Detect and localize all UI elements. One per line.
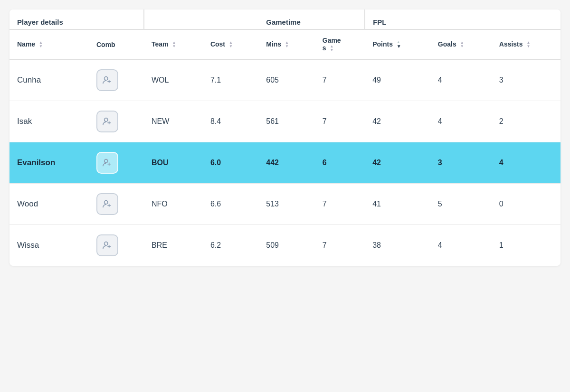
mins-cell: 513 — [258, 184, 315, 225]
group-header-row: Player details Gametime FPL — [10, 9, 560, 29]
sort-arrows-games: ▲ ▼ — [330, 45, 333, 52]
player-name: Cunha — [17, 75, 41, 84]
assists-cell: 1 — [492, 225, 560, 266]
player-name-cell: Isak — [10, 101, 89, 142]
team-cell: BOU — [144, 142, 203, 184]
sort-arrows-team: ▲ ▼ — [172, 41, 176, 48]
add-player-button[interactable] — [96, 111, 118, 132]
svg-point-0 — [104, 77, 108, 80]
assists-cell: 0 — [492, 184, 560, 225]
sort-arrows-name: ▲ ▼ — [39, 41, 43, 48]
comb-cell — [89, 225, 144, 266]
sort-arrows-mins: ▲ ▼ — [285, 41, 289, 48]
player-name: Evanilson — [17, 158, 55, 167]
goals-cell: 5 — [430, 184, 492, 225]
col-points[interactable]: Points ▲ ▼ — [365, 29, 430, 59]
cost-cell: 8.4 — [203, 101, 258, 142]
comb-cell — [89, 184, 144, 225]
points-cell: 41 — [365, 184, 430, 225]
player-name-cell: Wissa — [10, 225, 89, 266]
comb-cell — [89, 142, 144, 184]
table-row: Wissa BRE6.250973841 — [10, 225, 560, 266]
table-row: Wood NFO6.651374150 — [10, 184, 560, 225]
player-name-cell: Evanilson — [10, 142, 89, 184]
col-cost[interactable]: Cost ▲ ▼ — [203, 29, 258, 59]
table-row: Cunha WOL7.160574943 — [10, 59, 560, 101]
team-cell: NEW — [144, 101, 203, 142]
player-name: Wissa — [17, 241, 39, 250]
mins-cell: 561 — [258, 101, 315, 142]
col-name[interactable]: Name ▲ ▼ — [10, 29, 89, 59]
player-name: Wood — [17, 199, 38, 208]
team-cell: WOL — [144, 59, 203, 101]
column-header-row: Name ▲ ▼ Comb Team ▲ ▼ C — [10, 29, 560, 59]
add-player-button[interactable] — [96, 234, 118, 256]
cost-cell: 7.1 — [203, 59, 258, 101]
sort-arrows-goals: ▲ ▼ — [460, 41, 464, 48]
team-cell: NFO — [144, 184, 203, 225]
mins-cell: 442 — [258, 142, 315, 184]
col-mins[interactable]: Mins ▲ ▼ — [258, 29, 315, 59]
points-cell: 42 — [365, 142, 430, 184]
add-player-button[interactable] — [96, 69, 118, 91]
group-gametime-spacer — [144, 9, 258, 29]
games-cell: 7 — [315, 225, 365, 266]
comb-cell — [89, 59, 144, 101]
col-team[interactable]: Team ▲ ▼ — [144, 29, 203, 59]
table-row: Evanilson BOU6.044264234 — [10, 142, 560, 184]
sort-arrows-points: ▲ ▼ — [397, 40, 401, 49]
cost-cell: 6.2 — [203, 225, 258, 266]
assists-cell: 2 — [492, 101, 560, 142]
table-body: Cunha WOL7.160574943Isak NEW8.456174242E… — [10, 59, 560, 266]
player-table: Player details Gametime FPL Name ▲ ▼ — [10, 9, 560, 266]
team-cell: BRE — [144, 225, 203, 266]
group-gametime: Gametime — [258, 9, 365, 29]
add-player-button[interactable] — [96, 152, 118, 174]
group-fpl: FPL — [365, 9, 560, 29]
cost-cell: 6.6 — [203, 184, 258, 225]
svg-point-3 — [104, 201, 108, 204]
svg-point-4 — [104, 242, 108, 245]
games-cell: 6 — [315, 142, 365, 184]
mins-cell: 509 — [258, 225, 315, 266]
assists-cell: 3 — [492, 59, 560, 101]
player-name-cell: Wood — [10, 184, 89, 225]
col-comb: Comb — [89, 29, 144, 59]
goals-cell: 4 — [430, 101, 492, 142]
games-cell: 7 — [315, 184, 365, 225]
player-name: Isak — [17, 117, 32, 126]
games-cell: 7 — [315, 59, 365, 101]
add-player-button[interactable] — [96, 193, 118, 215]
svg-point-2 — [104, 159, 108, 163]
sort-arrows-assists: ▲ ▼ — [526, 41, 530, 48]
table-row: Isak NEW8.456174242 — [10, 101, 560, 142]
col-goals[interactable]: Goals ▲ ▼ — [430, 29, 492, 59]
assists-cell: 4 — [492, 142, 560, 184]
points-cell: 49 — [365, 59, 430, 101]
games-cell: 7 — [315, 101, 365, 142]
svg-point-1 — [104, 118, 108, 121]
cost-cell: 6.0 — [203, 142, 258, 184]
sort-arrows-cost: ▲ ▼ — [229, 41, 233, 48]
goals-cell: 4 — [430, 225, 492, 266]
col-games[interactable]: Games ▲ ▼ — [315, 29, 365, 59]
comb-cell — [89, 101, 144, 142]
goals-cell: 3 — [430, 142, 492, 184]
player-name-cell: Cunha — [10, 59, 89, 101]
goals-cell: 4 — [430, 59, 492, 101]
points-cell: 42 — [365, 101, 430, 142]
points-cell: 38 — [365, 225, 430, 266]
group-player-details: Player details — [10, 9, 144, 29]
col-assists[interactable]: Assists ▲ ▼ — [492, 29, 560, 59]
mins-cell: 605 — [258, 59, 315, 101]
sort-down-name: ▼ — [39, 45, 43, 48]
